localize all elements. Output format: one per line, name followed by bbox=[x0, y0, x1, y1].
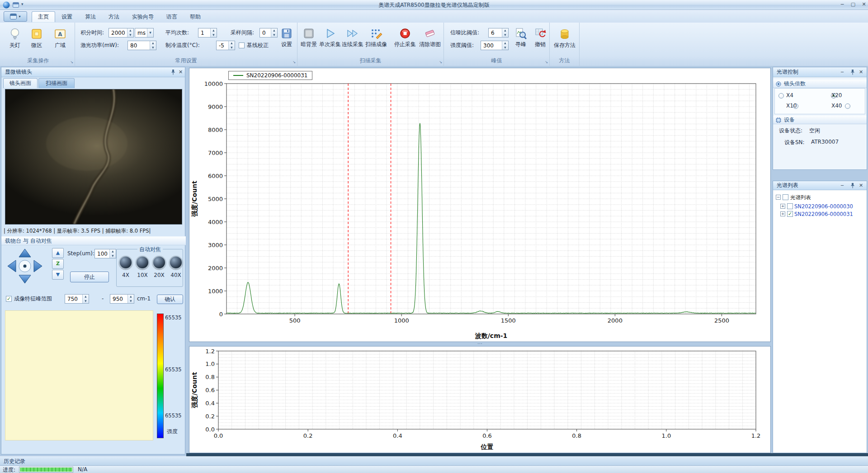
quick-access-icon[interactable] bbox=[13, 2, 19, 8]
snr-threshold-spinner[interactable]: ▲▼ bbox=[502, 28, 508, 37]
apply-settings-button[interactable]: 设置 bbox=[278, 24, 296, 59]
tree-item[interactable]: SN20220906-0000030 bbox=[794, 203, 853, 210]
dialog-launcher-icon[interactable]: ↘ bbox=[545, 60, 548, 64]
tab-help[interactable]: 帮助 bbox=[184, 11, 207, 22]
tree-item-checkbox[interactable]: ✓ bbox=[787, 211, 793, 217]
close-window-button[interactable]: ✕ bbox=[859, 0, 868, 9]
stage-down-arrow[interactable] bbox=[19, 275, 31, 283]
z-focus-button[interactable]: Z bbox=[52, 259, 64, 269]
file-menu-button[interactable]: ▾ bbox=[4, 11, 27, 22]
chart-splitter[interactable]: ⋯ bbox=[189, 342, 771, 346]
intensity-threshold-spinner[interactable]: ▲▼ bbox=[502, 41, 508, 50]
cooling-temp-spinner[interactable]: ▲▼ bbox=[228, 41, 235, 50]
dialog-launcher-icon[interactable]: ↘ bbox=[70, 60, 73, 64]
dialog-launcher-icon[interactable]: ↘ bbox=[292, 60, 296, 64]
stage-dpad[interactable] bbox=[6, 247, 44, 285]
lamp-off-button[interactable]: 关灯 bbox=[5, 24, 25, 59]
tab-wizard[interactable]: 实验向导 bbox=[126, 11, 160, 22]
intensity-threshold-input[interactable]: ▲▼ bbox=[481, 41, 509, 50]
minimize-button[interactable]: ─ bbox=[837, 0, 847, 9]
confirm-button[interactable]: 确认 bbox=[157, 295, 183, 304]
tree-item-checkbox[interactable]: ✓ bbox=[787, 203, 793, 209]
stop-acquire-button[interactable]: 停止采集 bbox=[394, 24, 416, 59]
laser-power-spinner[interactable]: ▲▼ bbox=[150, 41, 156, 50]
feature-to-value[interactable] bbox=[110, 295, 127, 303]
tree-item[interactable]: SN20220906-0000031 bbox=[794, 211, 853, 217]
stage-left-arrow[interactable] bbox=[8, 260, 16, 272]
radio-x4-label[interactable]: X4 bbox=[786, 92, 793, 98]
close-panel-icon[interactable]: ✕ bbox=[859, 181, 863, 190]
step-input[interactable]: ▲▼ bbox=[94, 249, 116, 258]
pin-icon[interactable] bbox=[170, 69, 176, 75]
tab-algorithm[interactable]: 算法 bbox=[79, 11, 102, 22]
stage-up-arrow[interactable] bbox=[19, 249, 31, 257]
tab-home[interactable]: 主页 bbox=[32, 11, 55, 22]
tab-scan-view[interactable]: 扫描画面 bbox=[38, 78, 75, 88]
intensity-threshold-value[interactable] bbox=[481, 41, 502, 50]
collapse-panel-icon[interactable]: ─ bbox=[841, 181, 844, 190]
objective-10x-knob[interactable] bbox=[136, 256, 149, 269]
average-count-spinner[interactable]: ▲▼ bbox=[210, 28, 217, 37]
tab-language[interactable]: 语言 bbox=[160, 11, 184, 22]
sample-interval-input[interactable]: ▲▼ bbox=[259, 28, 278, 37]
snr-threshold-value[interactable] bbox=[489, 28, 502, 37]
average-count-input[interactable]: ▲▼ bbox=[198, 28, 217, 37]
continuous-acquire-button[interactable]: 连续采集 bbox=[342, 24, 363, 59]
integration-time-input[interactable]: ▲▼ bbox=[108, 28, 134, 37]
stop-button[interactable]: 停止 bbox=[70, 272, 109, 282]
z-up-button[interactable]: ▲ bbox=[52, 248, 64, 258]
integration-time-spinner[interactable]: ▲▼ bbox=[127, 28, 133, 37]
radio-x40-label[interactable]: X40 bbox=[831, 103, 842, 109]
objective-4x-knob[interactable] bbox=[119, 256, 132, 269]
tab-settings[interactable]: 设置 bbox=[55, 11, 79, 22]
close-panel-icon[interactable]: ✕ bbox=[859, 67, 863, 77]
expand-node-icon[interactable]: + bbox=[780, 211, 785, 216]
close-panel-icon[interactable]: ✕ bbox=[179, 67, 183, 77]
undo-button[interactable]: 撤销 bbox=[532, 24, 549, 59]
collapse-panel-icon[interactable]: ─ bbox=[841, 67, 844, 77]
stage-right-arrow[interactable] bbox=[34, 260, 42, 272]
snr-threshold-input[interactable]: ▲▼ bbox=[488, 28, 509, 37]
z-down-button[interactable]: ▼ bbox=[52, 270, 64, 280]
cooling-temp-value[interactable] bbox=[217, 41, 228, 50]
save-method-button[interactable]: 保存方法 bbox=[552, 24, 577, 59]
pin-icon[interactable] bbox=[850, 69, 855, 79]
clear-spectrum-button[interactable]: 清除谱图 bbox=[418, 24, 442, 59]
feature-range-checkbox[interactable]: ✓ bbox=[6, 296, 12, 302]
baseline-correction-checkbox[interactable]: ✓ bbox=[239, 42, 245, 48]
laser-power-value[interactable] bbox=[128, 41, 150, 50]
find-peak-button[interactable]: 寻峰 bbox=[511, 24, 531, 59]
integration-unit-value[interactable] bbox=[135, 28, 147, 37]
tab-method[interactable]: 方法 bbox=[102, 11, 126, 22]
expand-node-icon[interactable]: + bbox=[780, 204, 785, 209]
wide-area-button[interactable]: A 广域 bbox=[48, 24, 72, 59]
feature-from-spinner[interactable]: ▲▼ bbox=[82, 295, 89, 303]
scan-imaging-button[interactable]: 扫描成像 bbox=[365, 24, 387, 59]
maximize-button[interactable]: ▢ bbox=[848, 0, 858, 9]
history-panel-header[interactable]: 历史记录 bbox=[0, 456, 868, 465]
tree-root[interactable]: 光谱列表 bbox=[790, 194, 811, 201]
radio-x10-label[interactable]: X10 bbox=[786, 103, 797, 109]
feature-from-value[interactable] bbox=[65, 295, 82, 303]
sample-interval-value[interactable] bbox=[260, 28, 271, 37]
single-acquire-button[interactable]: 单次采集 bbox=[319, 24, 341, 59]
step-value[interactable] bbox=[95, 249, 109, 258]
dialog-launcher-icon[interactable]: ↘ bbox=[439, 60, 442, 64]
tree-root-checkbox[interactable]: ✓ bbox=[783, 194, 788, 200]
radio-x40[interactable] bbox=[845, 103, 850, 109]
integration-unit-dropdown[interactable]: ▾ bbox=[147, 28, 153, 37]
feature-to-input[interactable]: ▲▼ bbox=[110, 294, 134, 304]
cooling-temp-input[interactable]: ▲▼ bbox=[216, 41, 235, 50]
feature-from-input[interactable]: ▲▼ bbox=[65, 294, 89, 304]
feature-to-spinner[interactable]: ▲▼ bbox=[127, 295, 134, 303]
objective-20x-knob[interactable] bbox=[152, 256, 166, 269]
step-spinner[interactable]: ▲▼ bbox=[109, 249, 116, 258]
average-count-value[interactable] bbox=[198, 28, 210, 37]
radio-x20-label[interactable]: X20 bbox=[831, 92, 842, 98]
integration-unit-combo[interactable]: ▾ bbox=[135, 28, 154, 37]
micro-area-button[interactable]: 微区 bbox=[26, 24, 47, 59]
collapse-node-icon[interactable]: − bbox=[776, 195, 781, 200]
tab-lens-view[interactable]: 镜头画面 bbox=[3, 78, 38, 88]
objective-40x-knob[interactable] bbox=[169, 256, 183, 269]
radio-x4[interactable] bbox=[778, 93, 784, 98]
